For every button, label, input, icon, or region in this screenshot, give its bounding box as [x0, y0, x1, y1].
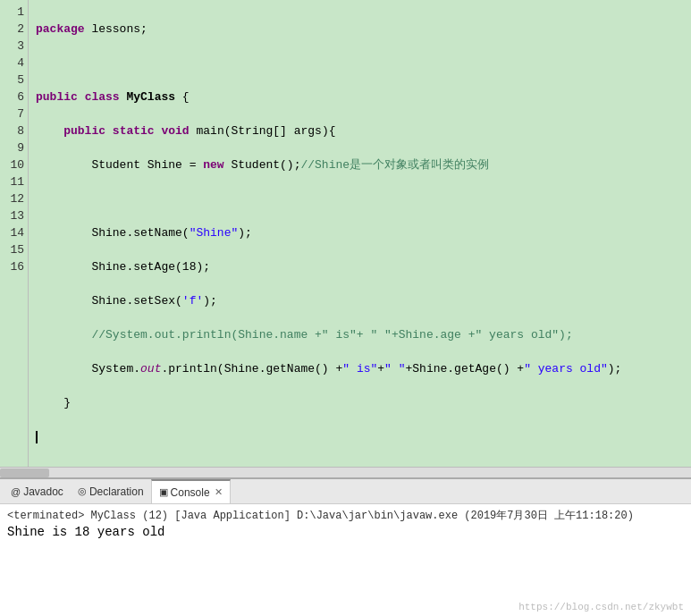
code-line — [36, 428, 684, 445]
code-content[interactable]: package lessons; public class MyClass { … — [29, 0, 691, 477]
code-line: } — [36, 394, 684, 411]
code-line: Shine.setSex('f'); — [36, 292, 684, 309]
javadoc-icon: @ — [11, 486, 21, 497]
code-line: public class MyClass { — [36, 89, 684, 105]
console-close-icon[interactable]: ✕ — [215, 486, 223, 498]
scrollbar-horizontal[interactable] — [0, 467, 691, 477]
bottom-tabs: @ Javadoc ◎ Declaration ▣ Console ✕ — [0, 479, 691, 504]
code-line: public static void main(String[] args){ — [36, 122, 684, 139]
code-line: Student Shine = new Student();//Shine是一个… — [36, 156, 684, 173]
console-content: <terminated> MyClass (12) [Java Applicat… — [0, 504, 691, 616]
console-tab-label: Console — [171, 486, 210, 499]
console-icon: ▣ — [159, 486, 168, 498]
tab-javadoc[interactable]: @ Javadoc — [4, 479, 71, 504]
line-numbers: 1 2 3 4 5 6 7 8 9 10 11 12 13 14 15 16 — [0, 0, 29, 477]
code-line: Shine.setAge(18); — [36, 258, 684, 275]
code-container[interactable]: 1 2 3 4 5 6 7 8 9 10 11 12 13 14 15 16 p… — [0, 0, 691, 477]
console-terminated-line: <terminated> MyClass (12) [Java Applicat… — [7, 508, 684, 523]
declaration-label: Declaration — [89, 485, 144, 498]
code-line: System.out.println(Shine.getName() +" is… — [36, 360, 684, 377]
declaration-icon: ◎ — [78, 485, 87, 497]
bottom-panel: @ Javadoc ◎ Declaration ▣ Console ✕ <ter… — [0, 478, 691, 616]
tab-console[interactable]: ▣ Console ✕ — [151, 479, 231, 503]
code-line: Shine.setName("Shine"); — [36, 224, 684, 241]
editor-area: 1 2 3 4 5 6 7 8 9 10 11 12 13 14 15 16 p… — [0, 0, 691, 478]
code-line: //System.out.println(Shine.name +" is"+ … — [36, 326, 684, 343]
javadoc-label: Javadoc — [23, 485, 63, 498]
code-line: package lessons; — [36, 21, 684, 38]
tab-declaration[interactable]: ◎ Declaration — [71, 479, 151, 504]
console-output-line: Shine is 18 years old — [7, 525, 684, 539]
watermark: https://blog.csdn.net/zkywbt — [518, 602, 684, 612]
code-line — [36, 55, 684, 72]
code-line — [36, 190, 684, 207]
